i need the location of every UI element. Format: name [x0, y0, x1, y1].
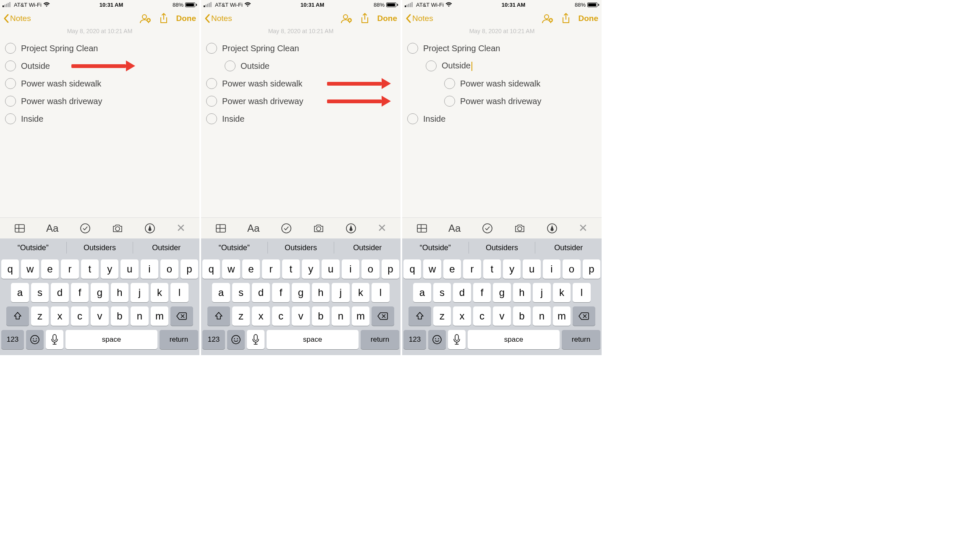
checkbox-icon[interactable] [407, 113, 418, 124]
mic-key[interactable] [448, 330, 466, 349]
suggestion[interactable]: Outsiders [268, 242, 335, 254]
shift-key[interactable] [408, 306, 431, 326]
checklist-item[interactable]: Power wash sidewalk [5, 75, 194, 92]
key-e[interactable]: e [443, 259, 461, 279]
key-e[interactable]: e [41, 259, 59, 279]
checklist-item[interactable]: Project Spring Clean [5, 39, 194, 57]
key-z[interactable]: z [433, 306, 451, 326]
key-o[interactable]: o [160, 259, 178, 279]
suggestion[interactable]: Outsider [334, 242, 401, 254]
camera-icon[interactable] [112, 222, 123, 234]
key-r[interactable]: r [262, 259, 280, 279]
key-l[interactable]: l [170, 283, 189, 302]
delete-key[interactable] [573, 306, 595, 326]
space-key[interactable]: space [267, 330, 359, 349]
key-b[interactable]: b [312, 306, 330, 326]
checklist-item[interactable]: Power wash sidewalk [407, 75, 597, 92]
checkbox-icon[interactable] [206, 43, 217, 54]
key-j[interactable]: j [131, 283, 149, 302]
share-icon[interactable] [360, 13, 370, 24]
checklist-icon[interactable] [482, 222, 493, 234]
key-n[interactable]: n [131, 306, 149, 326]
key-h[interactable]: h [111, 283, 129, 302]
key-d[interactable]: d [51, 283, 69, 302]
collaborate-icon[interactable] [340, 13, 352, 24]
text-format-icon[interactable]: Aa [247, 222, 259, 234]
key-f[interactable]: f [473, 283, 491, 302]
markup-icon[interactable] [546, 222, 558, 234]
key-i[interactable]: i [543, 259, 560, 279]
key-z[interactable]: z [31, 306, 49, 326]
note-body[interactable]: Project Spring CleanOutsidePower wash si… [201, 28, 401, 217]
done-button[interactable]: Done [579, 14, 599, 23]
checkbox-icon[interactable] [444, 78, 455, 89]
delete-key[interactable] [170, 306, 193, 326]
key-s[interactable]: s [433, 283, 451, 302]
shift-key[interactable] [6, 306, 29, 326]
key-e[interactable]: e [242, 259, 260, 279]
key-c[interactable]: c [71, 306, 89, 326]
camera-icon[interactable] [514, 222, 526, 234]
key-k[interactable]: k [553, 283, 571, 302]
key-f[interactable]: f [71, 283, 89, 302]
key-o[interactable]: o [563, 259, 580, 279]
collaborate-icon[interactable] [541, 13, 553, 24]
key-m[interactable]: m [352, 306, 370, 326]
key-n[interactable]: n [533, 306, 551, 326]
key-z[interactable]: z [232, 306, 250, 326]
checkbox-icon[interactable] [444, 96, 455, 107]
key-p[interactable]: p [382, 259, 399, 279]
key-q[interactable]: q [1, 259, 19, 279]
key-q[interactable]: q [403, 259, 421, 279]
emoji-key[interactable] [26, 330, 44, 349]
checkbox-icon[interactable] [225, 60, 236, 71]
table-icon[interactable] [416, 222, 428, 234]
space-key[interactable]: space [65, 330, 157, 349]
close-icon[interactable]: ✕ [579, 222, 588, 235]
checklist-item[interactable]: Inside [206, 110, 395, 128]
key-t[interactable]: t [81, 259, 99, 279]
checklist-icon[interactable] [79, 222, 91, 234]
key-b[interactable]: b [111, 306, 129, 326]
markup-icon[interactable] [345, 222, 357, 234]
key-k[interactable]: k [151, 283, 169, 302]
key-d[interactable]: d [453, 283, 471, 302]
key-s[interactable]: s [232, 283, 250, 302]
suggestion[interactable]: “Outside” [201, 242, 268, 254]
key-a[interactable]: a [212, 283, 230, 302]
checkbox-icon[interactable] [407, 43, 418, 54]
key-k[interactable]: k [352, 283, 370, 302]
collaborate-icon[interactable] [139, 13, 151, 24]
back-button[interactable]: Notes [406, 14, 433, 23]
key-j[interactable]: j [332, 283, 350, 302]
checkbox-icon[interactable] [5, 60, 16, 71]
key-w[interactable]: w [222, 259, 240, 279]
checkbox-icon[interactable] [206, 113, 217, 124]
key-i[interactable]: i [141, 259, 158, 279]
emoji-key[interactable] [428, 330, 446, 349]
key-x[interactable]: x [51, 306, 69, 326]
key-m[interactable]: m [151, 306, 169, 326]
suggestion[interactable]: “Outside” [402, 242, 469, 254]
checkbox-icon[interactable] [206, 96, 217, 107]
return-key[interactable]: return [361, 330, 399, 349]
key-j[interactable]: j [533, 283, 551, 302]
done-button[interactable]: Done [176, 14, 196, 23]
key-p[interactable]: p [181, 259, 198, 279]
checkbox-icon[interactable] [5, 78, 16, 89]
markup-icon[interactable] [144, 222, 156, 234]
key-s[interactable]: s [31, 283, 49, 302]
key-w[interactable]: w [423, 259, 441, 279]
key-q[interactable]: q [202, 259, 220, 279]
share-icon[interactable] [159, 13, 169, 24]
key-x[interactable]: x [252, 306, 270, 326]
key-y[interactable]: y [101, 259, 118, 279]
suggestion[interactable]: Outsiders [67, 242, 134, 254]
key-i[interactable]: i [342, 259, 359, 279]
key-c[interactable]: c [272, 306, 290, 326]
numeric-key[interactable]: 123 [1, 330, 24, 349]
key-v[interactable]: v [292, 306, 310, 326]
checkbox-icon[interactable] [206, 78, 217, 89]
key-l[interactable]: l [372, 283, 390, 302]
checkbox-icon[interactable] [5, 113, 16, 124]
